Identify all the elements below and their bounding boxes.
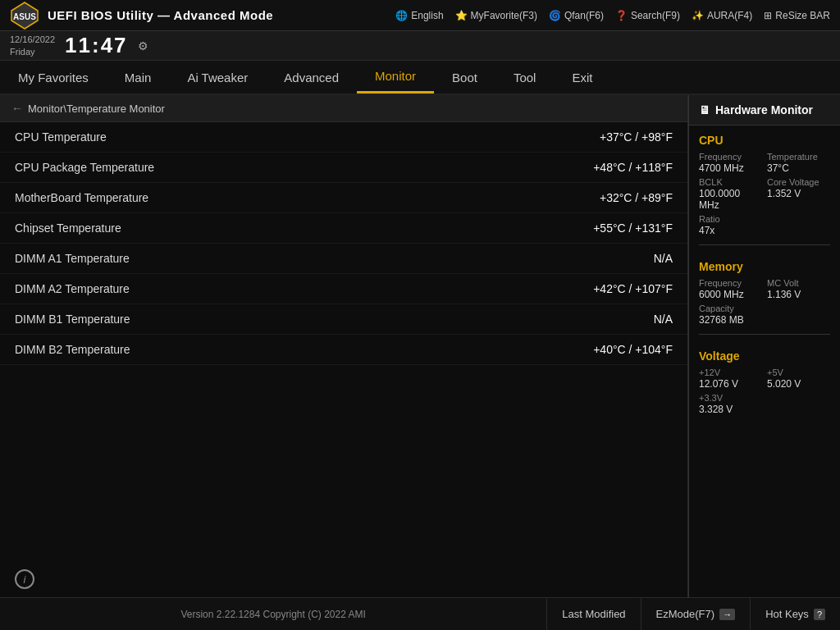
hw-col-5v: +5V 5.020 V xyxy=(767,368,830,390)
navigation-bar: My Favorites Main Ai Tweaker Advanced Mo… xyxy=(0,61,840,95)
ezmode-icon: → xyxy=(719,609,735,620)
main-area: ← Monitor\Temperature Monitor CPU Temper… xyxy=(0,95,840,597)
hw-col-capacity: Capacity 32768 MB xyxy=(699,304,830,326)
hw-col-frequency: Frequency 4700 MHz xyxy=(699,152,762,174)
hw-col-12v: +12V 12.076 V xyxy=(699,368,762,390)
hw-col-bclk: BCLK 100.0000 MHz xyxy=(699,177,762,211)
table-row: CPU Temperature +37°C / +98°F xyxy=(0,122,687,153)
hw-row: Frequency 6000 MHz MC Volt 1.136 V xyxy=(689,276,840,302)
hw-divider xyxy=(699,334,830,335)
hw-row: +12V 12.076 V +5V 5.020 V xyxy=(689,366,840,391)
nav-item-advanced[interactable]: Advanced xyxy=(266,61,357,94)
hw-section-voltage: Voltage xyxy=(689,341,840,366)
nav-item-monitor[interactable]: Monitor xyxy=(357,61,434,94)
datetime-display: 12/16/2022 Friday xyxy=(10,34,55,57)
footer-buttons: Last Modified EzMode(F7) → Hot Keys ? xyxy=(546,598,840,630)
table-row: MotherBoard Temperature +32°C / +89°F xyxy=(0,183,687,213)
hw-col-mc-volt: MC Volt 1.136 V xyxy=(767,278,830,300)
hw-col-temperature: Temperature 37°C xyxy=(767,152,830,174)
hw-col-core-voltage: Core Voltage 1.352 V xyxy=(767,177,830,211)
left-panel: ← Monitor\Temperature Monitor CPU Temper… xyxy=(0,95,688,597)
hotkeys-icon: ? xyxy=(814,609,825,620)
aura-btn[interactable]: ✨ AURA(F4) xyxy=(692,10,752,21)
ezmode-button[interactable]: EzMode(F7) → xyxy=(641,598,751,630)
last-modified-button[interactable]: Last Modified xyxy=(546,598,640,630)
clock-display: 11:47 xyxy=(65,33,128,58)
nav-item-boot[interactable]: Boot xyxy=(434,61,495,94)
nav-item-main[interactable]: Main xyxy=(107,61,170,94)
breadcrumb: ← Monitor\Temperature Monitor xyxy=(0,95,687,122)
dimm-b2-value: +40°C / +104°F xyxy=(593,343,673,356)
hw-row: +3.3V 3.328 V xyxy=(689,391,840,417)
cpu-package-label: CPU Package Temperature xyxy=(15,161,593,174)
dimm-a2-value: +42°C / +107°F xyxy=(593,282,673,295)
timebar: 12/16/2022 Friday 11:47 ⚙ xyxy=(0,31,840,61)
nav-item-tool[interactable]: Tool xyxy=(495,61,555,94)
svg-text:ASUS: ASUS xyxy=(13,12,36,21)
hardware-monitor-panel: 🖥 Hardware Monitor CPU Frequency 4700 MH… xyxy=(688,95,840,597)
nav-item-my-favorites[interactable]: My Favorites xyxy=(0,61,107,94)
hw-divider xyxy=(699,244,830,245)
bios-title: UEFI BIOS Utility — Advanced Mode xyxy=(48,8,273,22)
table-row: DIMM B2 Temperature +40°C / +104°F xyxy=(0,335,687,365)
cpu-temp-value: +37°C / +98°F xyxy=(600,130,673,144)
cpu-temp-label: CPU Temperature xyxy=(15,130,600,144)
hw-col-3v3: +3.3V 3.328 V xyxy=(699,393,830,415)
hw-col-ratio: Ratio 47x xyxy=(699,214,830,236)
hw-col-mem-frequency: Frequency 6000 MHz xyxy=(699,278,762,300)
myfavorite-btn[interactable]: ⭐ MyFavorite(F3) xyxy=(455,10,537,21)
hw-row: Ratio 47x xyxy=(689,212,840,238)
hw-section-cpu: CPU xyxy=(689,126,840,150)
motherboard-temp-value: +32°C / +89°F xyxy=(600,191,673,204)
table-row: DIMM A2 Temperature +42°C / +107°F xyxy=(0,274,687,304)
logo-area: ASUS UEFI BIOS Utility — Advanced Mode xyxy=(10,1,273,30)
motherboard-temp-label: MotherBoard Temperature xyxy=(15,191,600,204)
header-right: 🌐 English ⭐ MyFavorite(F3) 🌀 Qfan(F6) ❓ … xyxy=(395,10,830,21)
dimm-b2-label: DIMM B2 Temperature xyxy=(15,343,593,356)
table-row: DIMM A1 Temperature N/A xyxy=(0,244,687,274)
search-btn[interactable]: ❓ Search(F9) xyxy=(615,10,680,21)
chipset-temp-label: Chipset Temperature xyxy=(15,221,593,235)
dimm-a2-label: DIMM A2 Temperature xyxy=(15,282,593,295)
table-row: CPU Package Temperature +48°C / +118°F xyxy=(0,153,687,183)
dimm-b1-value: N/A xyxy=(654,313,673,326)
hw-row: Frequency 4700 MHz Temperature 37°C xyxy=(689,150,840,176)
dimm-a1-value: N/A xyxy=(654,252,673,265)
table-row: DIMM B1 Temperature N/A xyxy=(0,304,687,335)
resizebar-btn[interactable]: ⊞ ReSize BAR xyxy=(764,10,830,21)
globe-icon[interactable]: 🌐 English xyxy=(395,10,443,21)
footer: Version 2.22.1284 Copyright (C) 2022 AMI… xyxy=(0,597,840,630)
hardware-monitor-title: 🖥 Hardware Monitor xyxy=(689,95,840,126)
dimm-b1-label: DIMM B1 Temperature xyxy=(15,313,654,326)
back-arrow-icon[interactable]: ← xyxy=(11,102,23,115)
gear-icon[interactable]: ⚙ xyxy=(138,39,148,52)
nav-item-ai-tweaker[interactable]: Ai Tweaker xyxy=(169,61,266,94)
table-row: Chipset Temperature +55°C / +131°F xyxy=(0,213,687,244)
hw-row: Capacity 32768 MB xyxy=(689,302,840,327)
hw-row: BCLK 100.0000 MHz Core Voltage 1.352 V xyxy=(689,176,840,212)
monitor-icon: 🖥 xyxy=(699,103,710,116)
header: ASUS UEFI BIOS Utility — Advanced Mode 🌐… xyxy=(0,0,840,31)
info-icon: i xyxy=(15,569,34,589)
chipset-temp-value: +55°C / +131°F xyxy=(593,221,673,235)
nav-item-exit[interactable]: Exit xyxy=(554,61,610,94)
asus-logo-icon: ASUS xyxy=(10,1,39,30)
bottom-info: i xyxy=(0,561,687,597)
hw-section-memory: Memory xyxy=(689,252,840,276)
cpu-package-value: +48°C / +118°F xyxy=(593,161,673,174)
qfan-btn[interactable]: 🌀 Qfan(F6) xyxy=(549,10,604,21)
dimm-a1-label: DIMM A1 Temperature xyxy=(15,252,654,265)
hot-keys-button[interactable]: Hot Keys ? xyxy=(750,598,840,630)
temperature-list: CPU Temperature +37°C / +98°F CPU Packag… xyxy=(0,122,687,561)
footer-version: Version 2.22.1284 Copyright (C) 2022 AMI xyxy=(0,609,546,620)
